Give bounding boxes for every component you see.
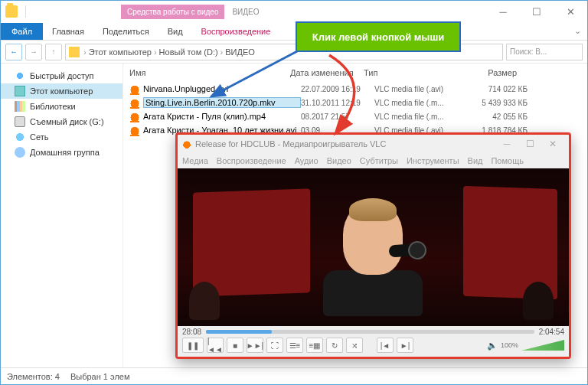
separator (25, 5, 26, 18)
item-count: Элементов: 4 (7, 372, 60, 381)
vlc-file-icon (129, 111, 140, 122)
drive-icon (15, 116, 25, 127)
back-button[interactable]: ← (5, 44, 22, 60)
minimize-button[interactable]: ─ (486, 1, 520, 22)
tab-play[interactable]: Воспроизведение (192, 23, 280, 40)
nav-label: Библиотеки (30, 102, 76, 111)
nav-label: Быстрый доступ (30, 71, 94, 80)
nav-pane: Быстрый доступЭтот компьютерБиблиотекиСъ… (1, 64, 123, 367)
nav-label: Сеть (30, 132, 48, 142)
fullscreen-button[interactable]: ⛶ (266, 338, 283, 353)
window-buttons: ─ ☐ ✕ (486, 1, 587, 22)
col-size[interactable]: Размер (452, 68, 517, 77)
vlc-menu-item[interactable]: Воспроизведение (217, 156, 286, 165)
file-size: 714 022 КБ (463, 85, 528, 93)
vlc-minimize-button[interactable]: ─ (495, 135, 518, 152)
up-button[interactable]: ↑ (45, 44, 62, 60)
loop-button[interactable]: ↻ (326, 338, 343, 353)
search-input[interactable]: Поиск: В... (506, 44, 583, 60)
home-icon (15, 147, 25, 158)
callout-tooltip: Клик левой кнопкой мыши (296, 21, 461, 52)
forward-button[interactable]: → (25, 44, 42, 60)
file-size: 5 439 933 КБ (463, 99, 528, 107)
close-button[interactable]: ✕ (554, 1, 587, 22)
vlc-file-icon (129, 83, 140, 94)
nav-item[interactable]: Библиотеки (1, 99, 122, 114)
vlc-menu-item[interactable]: Медиа (182, 156, 208, 165)
title-bar: Средства работы с видео ВИДЕО ─ ☐ ✕ (1, 1, 587, 22)
vlc-menu-item[interactable]: Вид (468, 156, 483, 165)
next-button[interactable]: ►►| (247, 338, 263, 353)
vlc-icon (182, 139, 191, 148)
vlc-maximize-button[interactable]: ☐ (518, 135, 541, 152)
vlc-menu-item[interactable]: Видео (327, 156, 351, 165)
vlc-menu-item[interactable]: Субтитры (360, 156, 398, 165)
seek-slider[interactable] (206, 330, 534, 334)
video-area[interactable] (178, 168, 569, 326)
elapsed-time: 28:08 (182, 328, 201, 336)
total-time: 2:04:54 (539, 328, 564, 336)
lib-icon (15, 101, 25, 112)
playlist-button[interactable]: ≡▦ (306, 338, 323, 353)
nav-label: Съемный диск (G:) (30, 117, 104, 126)
pc-icon (15, 86, 25, 96)
skip-fwd-button[interactable]: ►| (397, 338, 413, 353)
annotation-arrow (291, 52, 413, 144)
tab-share[interactable]: Поделиться (93, 23, 158, 40)
contextual-tab: Средства работы с видео (121, 5, 224, 19)
vlc-menu-item[interactable]: Инструменты (407, 156, 459, 165)
pause-button[interactable]: ❚❚ (182, 338, 204, 353)
nav-item[interactable]: Сеть (1, 129, 122, 145)
selection-count: Выбран 1 элем (70, 372, 130, 381)
shuffle-button[interactable]: ⤨ (346, 338, 363, 353)
prev-button[interactable]: |◄◄ (207, 338, 224, 353)
stop-button[interactable]: ■ (227, 338, 243, 353)
vlc-file-icon (129, 125, 140, 135)
folder-icon (69, 47, 80, 57)
speaker-icon[interactable]: 🔈 (487, 341, 498, 351)
window-title: ВИДЕО (232, 8, 259, 16)
vlc-file-icon (129, 97, 140, 108)
nav-label: Домашняя группа (30, 148, 100, 157)
nav-item[interactable]: Съемный диск (G:) (1, 114, 122, 129)
crumb-pc[interactable]: Этот компьютер (89, 47, 152, 57)
vlc-player-window: Release for HDCLUB - Медиапроигрыватель … (175, 132, 571, 359)
vlc-controls: 28:08 2:04:54 ❚❚ |◄◄ ■ ►►| ⛶ ☰≡ ≡▦ ↻ ⤨ |… (178, 326, 569, 357)
volume-label: 100% (501, 341, 518, 349)
nav-item[interactable]: Этот компьютер (1, 83, 122, 99)
vlc-close-button[interactable]: ✕ (541, 135, 564, 152)
tab-view[interactable]: Вид (158, 23, 192, 40)
tab-home[interactable]: Главная (43, 23, 93, 40)
ribbon: Файл Главная Поделиться Вид Воспроизведе… (1, 22, 587, 41)
file-size: 42 055 КБ (463, 113, 528, 121)
folder-icon (5, 5, 18, 18)
net-icon (15, 132, 25, 142)
nav-label: Этот компьютер (30, 86, 93, 96)
file-tab[interactable]: Файл (1, 23, 43, 40)
skip-back-button[interactable]: |◄ (377, 338, 394, 353)
nav-item[interactable]: Домашняя группа (1, 145, 122, 160)
nav-item[interactable]: Быстрый доступ (1, 68, 122, 83)
file-name: Агата Кристи - Пуля (клип).mp4 (143, 112, 301, 121)
ext-settings-button[interactable]: ☰≡ (286, 338, 303, 353)
ribbon-expand-icon[interactable]: ⌄ (574, 26, 581, 36)
status-bar: Элементов: 4 Выбран 1 элем (1, 367, 587, 384)
maximize-button[interactable]: ☐ (520, 1, 554, 22)
vlc-menu-item[interactable]: Аудио (295, 156, 318, 165)
volume-slider[interactable] (521, 340, 564, 351)
vlc-menu-item[interactable]: Помощь (491, 156, 524, 165)
star-icon (15, 70, 25, 81)
vlc-menu-bar: МедиаВоспроизведениеАудиоВидеоСубтитрыИн… (178, 153, 569, 168)
